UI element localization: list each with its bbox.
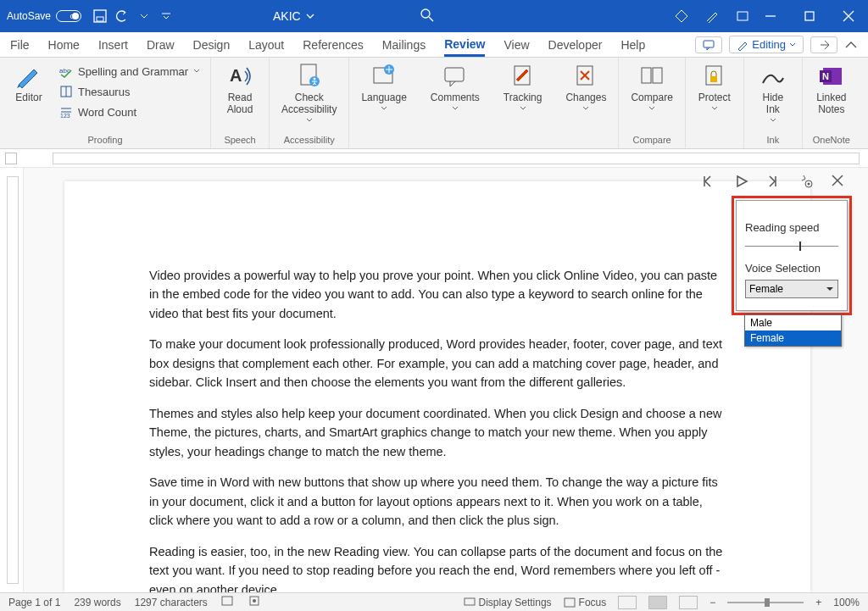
word-count[interactable]: 239 words (74, 597, 120, 608)
tab-help[interactable]: Help (620, 35, 645, 55)
thesaurus-button[interactable]: Thesaurus (56, 83, 203, 100)
collapse-ribbon-icon[interactable] (844, 37, 858, 52)
changes-button[interactable]: Changes (560, 61, 611, 114)
zoom-slider[interactable] (727, 602, 804, 603)
web-layout-button[interactable] (679, 596, 698, 609)
tab-view[interactable]: View (504, 35, 529, 55)
page-number[interactable]: Page 1 of 1 (8, 597, 60, 608)
previous-button[interactable] (702, 174, 719, 191)
comments-pane-button[interactable] (695, 36, 722, 53)
save-icon[interactable] (93, 9, 107, 23)
document-title[interactable]: AKIC (273, 9, 314, 23)
pencil-icon (737, 39, 748, 51)
comment-icon (442, 63, 469, 90)
spelling-grammar-button[interactable]: abcSpelling and Grammar (56, 63, 203, 80)
tab-home[interactable]: Home (48, 35, 80, 55)
group-proofing: Editor abcSpelling and Grammar Thesaurus… (0, 58, 211, 148)
pencil-sparkle-icon[interactable] (705, 9, 719, 23)
zoom-out-button[interactable]: − (709, 597, 715, 608)
hide-ink-button[interactable]: Hide Ink (751, 61, 795, 125)
char-count[interactable]: 1297 characters (135, 597, 208, 608)
abc-check-icon: abc (59, 64, 73, 78)
chevron-down-icon (520, 105, 526, 112)
compare-icon (638, 63, 665, 90)
vertical-ruler[interactable] (0, 168, 24, 592)
svg-rect-23 (445, 68, 464, 81)
svg-rect-44 (465, 598, 475, 605)
display-settings-button[interactable]: Display Settings (464, 597, 552, 608)
editor-button[interactable]: Editor (7, 61, 51, 105)
next-button[interactable] (766, 174, 783, 191)
voice-selection-label: Voice Selection (745, 262, 838, 275)
focus-button[interactable]: Focus (564, 597, 607, 608)
paragraph: Reading is easier, too, in the new Readi… (149, 542, 726, 599)
reading-speed-slider[interactable] (745, 246, 838, 247)
editing-mode-button[interactable]: Editing (729, 36, 804, 53)
tab-layout[interactable]: Layout (248, 35, 284, 55)
paragraph: Themes and styles also help keep your do… (149, 404, 726, 461)
maximize-button[interactable] (790, 0, 829, 32)
tab-references[interactable]: References (303, 35, 364, 55)
close-button[interactable] (829, 0, 868, 32)
voice-selection-dropdown[interactable]: Female (745, 280, 838, 298)
tab-design[interactable]: Design (193, 35, 231, 55)
share-button[interactable] (810, 36, 837, 53)
chevron-down-icon (648, 105, 655, 112)
status-bar: Page 1 of 1 239 words 1297 characters Di… (0, 592, 868, 611)
read-aloud-settings-popup: Reading speed Voice Selection Female Mal… (736, 200, 848, 311)
paragraph: To make your document look professionall… (149, 335, 726, 392)
changes-icon (572, 63, 599, 90)
tab-developer[interactable]: Developer (548, 35, 603, 55)
tab-mailings[interactable]: Mailings (382, 35, 426, 55)
document-page[interactable]: Video provides a powerful way to help yo… (64, 181, 810, 592)
comments-button[interactable]: Comments (426, 61, 485, 114)
voice-option-male[interactable]: Male (745, 315, 841, 330)
share-icon (818, 39, 830, 51)
tab-file[interactable]: File (10, 35, 30, 55)
language-button[interactable]: Language (356, 61, 411, 114)
read-aloud-button[interactable]: A Read Aloud (218, 61, 262, 117)
close-read-aloud-button[interactable] (831, 174, 848, 191)
spell-check-status-icon[interactable] (221, 595, 235, 609)
chevron-down-icon (789, 42, 796, 48)
group-ink: Hide Ink Ink (744, 58, 803, 148)
svg-point-38 (808, 183, 810, 186)
print-layout-button[interactable] (648, 596, 667, 609)
tracking-button[interactable]: Tracking (498, 61, 548, 114)
close-icon (831, 174, 844, 187)
compare-button[interactable]: Compare (626, 61, 677, 114)
group-language: Language (349, 58, 418, 148)
voice-option-female[interactable]: Female (745, 330, 841, 346)
autosave-toggle[interactable]: AutoSave Off (7, 10, 81, 22)
minimize-button[interactable] (751, 0, 790, 32)
linked-notes-button[interactable]: N Linked Notes (810, 61, 854, 117)
qat-overflow-icon[interactable] (159, 9, 173, 23)
accessibility-icon (296, 63, 323, 90)
svg-rect-41 (222, 597, 232, 605)
group-protect: Protect (686, 58, 744, 148)
window-icon[interactable] (736, 9, 749, 23)
undo-icon[interactable] (115, 9, 129, 23)
check-accessibility-button[interactable]: Check Accessibility (276, 61, 342, 125)
language-icon (370, 63, 398, 90)
tab-review[interactable]: Review (444, 34, 485, 57)
horizontal-ruler[interactable] (0, 149, 868, 168)
zoom-in-button[interactable]: + (815, 597, 821, 608)
play-button[interactable] (734, 174, 751, 191)
diamond-icon[interactable] (675, 9, 688, 23)
read-aloud-toolbar (702, 169, 848, 195)
svg-rect-5 (737, 12, 748, 20)
tab-insert[interactable]: Insert (98, 35, 128, 55)
qat-dropdown-icon[interactable] (137, 9, 151, 23)
word-count-button[interactable]: 123Word Count (56, 103, 203, 120)
read-mode-button[interactable] (618, 596, 637, 609)
svg-rect-1 (97, 17, 103, 21)
tab-draw[interactable]: Draw (147, 35, 175, 55)
settings-button[interactable] (798, 174, 815, 191)
zoom-level[interactable]: 100% (833, 597, 860, 608)
protect-button[interactable]: Protect (693, 61, 737, 114)
svg-rect-10 (704, 41, 714, 47)
chevron-down-icon (826, 285, 834, 293)
macro-status-icon[interactable] (248, 595, 262, 609)
search-button[interactable] (420, 8, 434, 25)
